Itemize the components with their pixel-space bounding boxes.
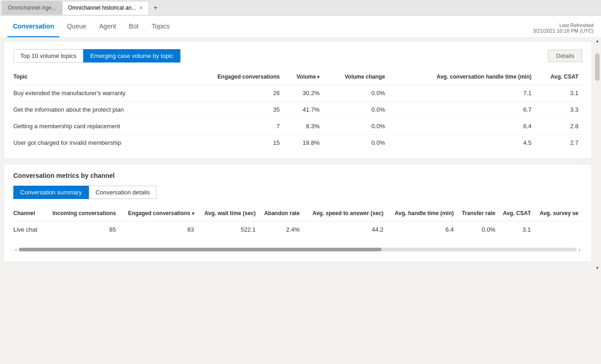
last-refreshed-value: 3/21/2021 10:18 PM (UTC) [533,28,594,34]
scroll-down-icon[interactable]: ▼ [595,265,601,271]
browser-tab-2-label: Omnichannel historical an... [68,5,136,11]
avg-handle-cell: 6.7 [389,102,535,118]
avg-wait-cell: 522.1 [198,222,260,238]
tab-summary-label: Conversation summary [20,189,82,196]
col-engaged-header: Engaged conversations [185,70,283,85]
nav-tab-topics[interactable]: Topics [146,16,175,37]
avg-handle-cell: 7.1 [389,85,535,102]
metrics-table: Channel Incoming conversations Engaged c… [13,206,582,238]
topic-cell: Get the information about the protect pl… [13,102,185,118]
vertical-scrollbar-thumb[interactable] [595,53,600,81]
last-refreshed-label: Last Refreshed [533,23,594,28]
table-row: Live chat 85 83 522.1 2.4% 44.2 6.4 0.0%… [13,222,582,238]
details-button[interactable]: Details [548,50,582,62]
scrollbar-thumb[interactable] [19,248,381,251]
table-row: Buy extended the manufacturer's warranty… [13,85,582,102]
last-refreshed-info: Last Refreshed 3/21/2021 10:18 PM (UTC) [533,23,594,34]
col-topic-header: Topic [13,70,185,85]
engaged-cell: 35 [185,102,283,118]
avg-csat-cell: 3.1 [535,85,582,102]
nav-tab-queue-label: Queue [67,23,86,30]
avg-csat-cell: 3.3 [535,102,582,118]
col-avg-wait-header: Avg. wait time (sec) [198,206,260,222]
scroll-right-icon[interactable]: › [577,247,582,252]
incoming-cell: 85 [44,222,120,238]
col-volume-header[interactable]: Volume [283,70,323,85]
scrollbar-track[interactable] [19,248,577,251]
nav-tab-agent[interactable]: Agent [94,16,122,37]
table-row: Getting a membership card replacement 7 … [13,118,582,135]
avg-handle-cell: 6.4 [389,118,535,135]
col-avg-handle-header: Avg. conversation handle time (min) [389,70,535,85]
tab-emerging-case[interactable]: Emerging case volume by topic [83,49,180,63]
avg-handle-cell: 6.4 [387,222,457,238]
topics-card: Top 10 volume topics Emerging case volum… [4,41,592,159]
table-row: Get the information about the protect pl… [13,102,582,118]
vertical-scrollbar[interactable]: ▲ ▼ [594,38,601,271]
metrics-section-title: Conversation metrics by channel [13,172,582,179]
tab-emerging-label: Emerging case volume by topic [90,52,173,59]
engaged-cell: 83 [120,222,197,238]
nav-tab-bot-label: Bot [129,23,139,30]
col-volume-change-header: Volume change [323,70,388,85]
inner-tab-bar: Conversation summary Conversation detail… [13,186,582,199]
topics-table: Topic Engaged conversations Volume Volum… [13,70,582,151]
tab-top10-volume[interactable]: Top 10 volume topics [13,49,83,63]
col-incoming-header: Incoming conversations [44,206,120,222]
horizontal-scrollbar[interactable]: ‹ › [13,245,582,254]
col-avg-csat-header: Avg. CSAT [499,206,534,222]
col-transfer-header: Transfer rate [457,206,499,222]
nav-tab-topics-label: Topics [151,23,170,30]
col-avg-csat-header: Avg. CSAT [535,70,582,85]
nav-tab-conversation-label: Conversation [13,23,54,30]
col-avg-speed-header: Avg. speed to answer (sec) [303,206,387,222]
abandon-cell: 2.4% [260,222,304,238]
avg-speed-cell: 44.2 [303,222,387,238]
nav-tab-agent-label: Agent [99,23,116,30]
volume-cell: 41.7% [283,102,323,118]
volume-change-cell: 0.0% [323,118,388,135]
engaged-cell: 15 [185,135,283,151]
tab-details-label: Conversation details [96,189,150,196]
close-icon[interactable]: ✕ [139,5,143,11]
topic-cell: Buy extended the manufacturer's warranty [13,85,185,102]
volume-change-cell: 0.0% [323,135,388,151]
browser-tab-1-label: Omnichannel Age... [8,5,56,11]
col-avg-survey-header: Avg. survey se [534,206,582,222]
scroll-left-icon[interactable]: ‹ [13,247,19,252]
metrics-card: Conversation metrics by channel Conversa… [4,164,592,262]
channel-cell: Live chat [13,222,44,238]
app-nav-bar: Conversation Queue Agent Bot Topics Last… [0,16,601,38]
browser-tab-2[interactable]: Omnichannel historical an... ✕ [62,1,149,15]
topic-cell: Getting a membership card replacement [13,118,185,135]
volume-change-cell: 0.0% [323,85,388,102]
new-tab-button[interactable]: + [149,1,162,14]
engaged-cell: 7 [185,118,283,135]
col-avg-handle-header: Avg. handle time (min) [387,206,457,222]
volume-cell: 8.3% [283,118,323,135]
avg-handle-cell: 4.5 [389,135,535,151]
scroll-up-icon[interactable]: ▲ [595,38,601,44]
avg-csat-cell: 3.1 [499,222,534,238]
table-row: User got charged for invalid membership … [13,135,582,151]
tab-conversation-details[interactable]: Conversation details [89,186,157,199]
topic-tab-bar: Top 10 volume topics Emerging case volum… [13,49,582,63]
volume-change-cell: 0.0% [323,102,388,118]
browser-tab-1[interactable]: Omnichannel Age... [2,1,62,15]
tab-top10-label: Top 10 volume topics [20,52,76,59]
avg-csat-cell: 2.7 [535,135,582,151]
col-abandon-header: Abandon rate [260,206,304,222]
avg-csat-cell: 2.8 [535,118,582,135]
transfer-cell: 0.0% [457,222,499,238]
nav-tab-conversation[interactable]: Conversation [7,16,59,37]
col-engaged-header[interactable]: Engaged conversations [120,206,197,222]
nav-tab-bot[interactable]: Bot [123,16,144,37]
nav-tab-queue[interactable]: Queue [61,16,92,37]
tab-conversation-summary[interactable]: Conversation summary [13,186,89,199]
col-channel-header: Channel [13,206,44,222]
volume-cell: 19.8% [283,135,323,151]
browser-tab-bar: Omnichannel Age... Omnichannel historica… [0,0,601,16]
topic-cell: User got charged for invalid membership [13,135,185,151]
engaged-cell: 26 [185,85,283,102]
avg-survey-cell [534,222,582,238]
